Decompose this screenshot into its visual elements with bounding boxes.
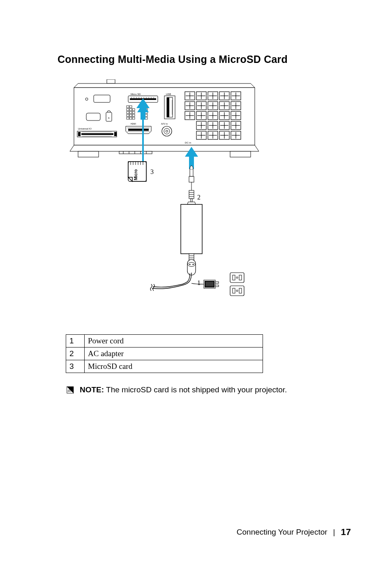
svg-rect-13 (78, 132, 81, 136)
svg-rect-167 (239, 275, 242, 280)
section-heading: Connecting Multi-Media Using a MicroSD C… (58, 53, 351, 65)
svg-rect-54 (128, 129, 149, 131)
row-desc: Power cord (85, 335, 263, 348)
svg-point-156 (193, 264, 194, 265)
svg-rect-165 (230, 273, 244, 283)
svg-point-61 (166, 130, 168, 132)
svg-rect-3 (230, 151, 251, 157)
row-index: 2 (66, 348, 85, 360)
svg-rect-4 (119, 151, 152, 154)
svg-rect-57 (167, 97, 169, 117)
page-footer: Connecting Your Projector | 17 (237, 527, 351, 538)
microsd-card-text: Micro (134, 169, 138, 181)
callout-2: 2 (197, 194, 201, 201)
footer-section: Connecting Your Projector (237, 528, 327, 537)
svg-rect-166 (233, 275, 235, 280)
lock-label: K (108, 117, 110, 119)
svg-rect-148 (191, 199, 192, 202)
usb-port: USB (164, 93, 175, 119)
svg-rect-2 (78, 151, 99, 157)
footer-page-number: 17 (341, 527, 351, 538)
callout-1: 1 (197, 279, 201, 286)
callout-3: 3 (150, 168, 154, 175)
row-desc: AC adapter (85, 348, 263, 360)
svg-rect-171 (239, 288, 242, 293)
footer-separator: | (333, 528, 335, 537)
svg-rect-164 (215, 285, 219, 287)
power-connector-icon (150, 259, 196, 291)
svg-rect-149 (181, 204, 202, 254)
svg-rect-163 (215, 282, 219, 283)
svg-rect-169 (230, 286, 244, 296)
table-row: 2 AC adapter (66, 348, 263, 360)
figure-container: K Universal IO Micro SD (58, 79, 351, 310)
microsd-label: Micro SD (131, 93, 141, 95)
row-index: 3 (66, 360, 85, 373)
svg-rect-15 (81, 133, 113, 135)
svg-rect-170 (233, 288, 235, 293)
ac-adapter-icon: 2 (150, 166, 244, 296)
note-body: The microSD card is not shipped with you… (104, 385, 287, 394)
universal-io-label: Universal IO (78, 127, 92, 130)
svg-rect-142 (190, 169, 193, 176)
svg-point-154 (188, 262, 195, 266)
power-plug-icon (191, 280, 219, 288)
note-row: NOTE: The microSD card is not shipped wi… (66, 385, 351, 394)
svg-rect-132 (141, 108, 145, 120)
hdmi-label: HDMI (131, 123, 136, 125)
callout-table: 1 Power cord 2 AC adapter 3 MicroSD card (66, 334, 263, 373)
table-row: 1 Power cord (66, 335, 263, 348)
note-label: NOTE: (80, 385, 104, 394)
note-icon (66, 385, 75, 394)
svg-rect-0 (107, 79, 115, 83)
svg-rect-143 (189, 176, 194, 182)
svg-point-155 (189, 264, 191, 265)
usb-label: USB (166, 93, 171, 95)
wall-outlet-icon (230, 273, 244, 296)
connection-figure: K Universal IO Micro SD (66, 79, 263, 310)
svg-rect-14 (114, 132, 117, 136)
microsd-card-icon: Micro (128, 162, 146, 181)
row-desc: MicroSD card (85, 360, 263, 373)
row-index: 1 (66, 335, 85, 348)
table-row: 3 MicroSD card (66, 360, 263, 373)
dc-in-label: DC in (185, 141, 191, 144)
av-in-label: A/V in (161, 123, 168, 125)
